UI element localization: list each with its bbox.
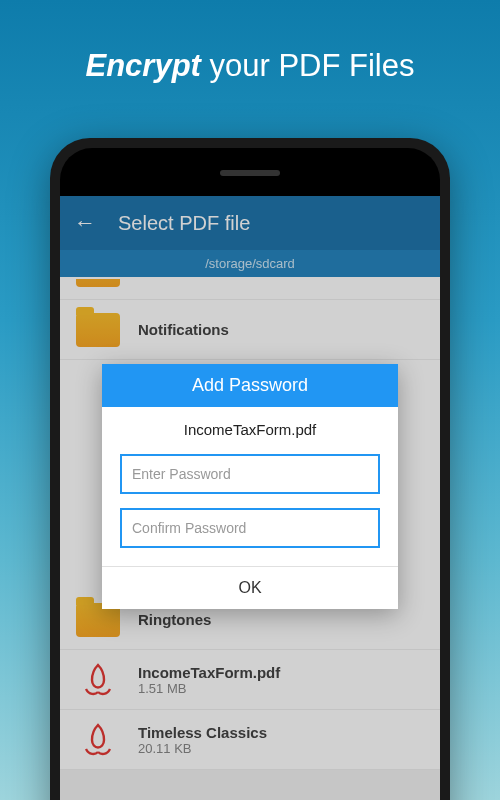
ok-button[interactable]: OK [102,566,398,609]
phone-speaker [220,170,280,176]
confirm-password-input[interactable] [120,508,380,548]
password-input[interactable] [120,454,380,494]
headline-rest: your PDF Files [201,48,415,83]
phone-frame: ← Select PDF file /storage/sdcard Notifi… [50,138,450,800]
dialog-filename: IncomeTaxForm.pdf [120,421,380,438]
dialog-title: Add Password [102,364,398,407]
phone-bezel: ← Select PDF file /storage/sdcard Notifi… [60,148,440,800]
dialog-body: IncomeTaxForm.pdf [102,407,398,566]
headline-bold: Encrypt [85,48,200,83]
add-password-dialog: Add Password IncomeTaxForm.pdf OK [102,364,398,609]
promo-headline: Encrypt your PDF Files [0,0,500,84]
phone-screen: ← Select PDF file /storage/sdcard Notifi… [60,196,440,800]
